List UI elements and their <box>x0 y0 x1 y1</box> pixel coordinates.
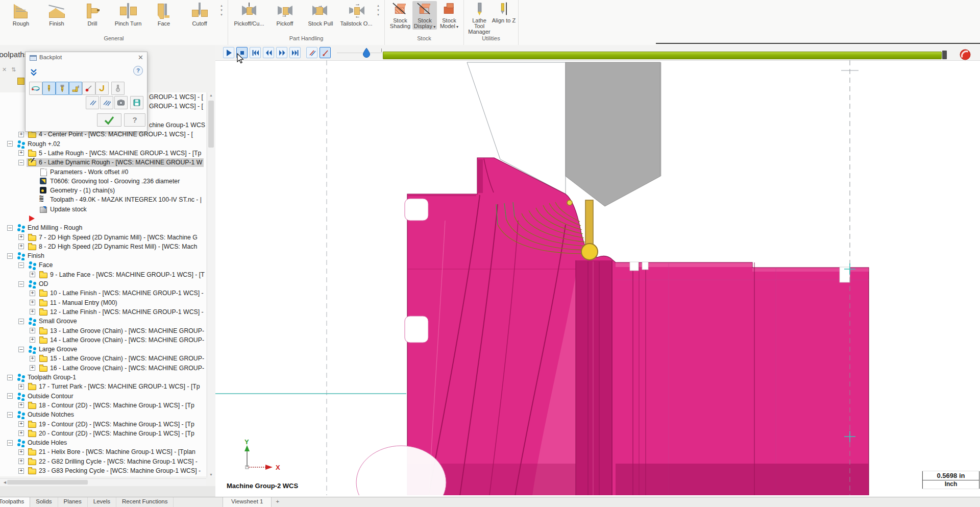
tree-row[interactable]: +20 - Contour (2D) - [WCS: Machine Group… <box>0 429 206 438</box>
tree-row[interactable]: –Large Groove <box>0 345 206 354</box>
tree-expand-toggle[interactable]: – <box>18 319 24 324</box>
tree-row[interactable]: –Small Groove <box>0 317 206 326</box>
ribbon-group-scroll[interactable]: ▴▾▾ <box>217 1 226 17</box>
ribbon-button-rough[interactable]: Rough <box>3 1 39 27</box>
tree-expand-toggle[interactable]: – <box>7 440 13 446</box>
panel-tab-levels[interactable]: Levels <box>88 497 116 507</box>
play-button[interactable] <box>223 47 234 58</box>
tree-expand-toggle[interactable]: + <box>18 402 24 408</box>
tree-row[interactable]: –End Milling - Rough <box>0 223 206 232</box>
tree-row[interactable]: T0606: Grooving tool - Grooving .236 dia… <box>0 177 206 186</box>
tree-row[interactable]: +18 - Contour (2D) - [WCS: Machine Group… <box>0 401 206 410</box>
tree-expand-toggle[interactable]: + <box>18 132 24 137</box>
step-back-button[interactable] <box>263 47 274 58</box>
tree-expand-toggle[interactable]: + <box>18 234 24 240</box>
ok-button[interactable] <box>97 113 121 127</box>
tree-expand-toggle[interactable]: + <box>30 337 35 343</box>
tree-row[interactable]: +9 - Lathe Face - [WCS: MACHINE GROUP-1 … <box>0 270 206 279</box>
add-viewsheet-button[interactable]: + <box>272 497 283 507</box>
tree-row[interactable]: –Face <box>0 260 206 270</box>
tree-row[interactable]: Update stock <box>0 205 206 214</box>
tree-expand-toggle[interactable]: – <box>7 141 13 147</box>
dialog-titlebar[interactable]: Backplot ✕ <box>26 52 147 63</box>
spindle-display-button[interactable] <box>29 82 42 95</box>
tree-expand-toggle[interactable]: + <box>30 309 35 315</box>
tree-expand-toggle[interactable]: + <box>18 384 24 390</box>
go-to-end-button[interactable] <box>289 47 301 58</box>
tree-row[interactable]: +16 - Lathe Groove (Chain) - [WCS: MACHI… <box>0 364 206 373</box>
tree-expand-toggle[interactable]: – <box>7 412 13 418</box>
step-forward-button[interactable] <box>276 47 287 58</box>
ribbon-button-stock-display[interactable]: Stock Display ▾ <box>412 1 437 30</box>
panel-tab-planes[interactable]: Planes <box>58 497 88 507</box>
tree-row[interactable]: +11 - Manual Entry (M00) <box>0 298 206 307</box>
save-options-button[interactable] <box>130 96 143 109</box>
tree-expand-toggle[interactable]: + <box>30 365 35 371</box>
tree-row[interactable]: –Outside Contour <box>0 392 206 401</box>
tree-expand-toggle[interactable]: + <box>18 421 24 427</box>
backplot-progress-bar[interactable] <box>383 52 942 59</box>
tree-expand-toggle[interactable]: – <box>18 281 24 287</box>
tree-expand-toggle[interactable]: – <box>7 375 13 380</box>
tree-expand-toggle[interactable]: – <box>7 393 13 399</box>
scroll-down-icon[interactable]: ▼ <box>207 473 215 476</box>
ribbon-button-pinch-turn[interactable]: Pinch Turn <box>110 1 146 27</box>
tree-row[interactable]: +22 - G82 Drilling Cycle - [WCS: Machine… <box>0 457 206 466</box>
tree-row[interactable]: Parameters - Work offset #0 <box>0 167 206 176</box>
tree-expand-toggle[interactable]: – <box>18 347 24 352</box>
speed-slider-track[interactable] <box>337 53 382 53</box>
holder-display-button[interactable] <box>56 82 69 95</box>
ribbon-button-cutoff[interactable]: Cutoff <box>182 1 217 27</box>
tree-expand-toggle[interactable]: + <box>30 291 35 296</box>
tree-row[interactable]: +14 - Lathe Groove (Chain) - [WCS: MACHI… <box>0 335 206 345</box>
tree-row[interactable]: –Toolpath Group-1 <box>0 373 206 382</box>
tree-row[interactable]: +19 - Contour (2D) - [WCS: Machine Group… <box>0 419 206 428</box>
tree-row[interactable]: +15 - Lathe Groove (Chain) - [WCS: MACHI… <box>0 354 206 363</box>
tree-expand-toggle[interactable]: + <box>18 430 24 436</box>
ribbon-button-tailstock-o[interactable]: Tailstock O... <box>338 1 374 27</box>
tree-row[interactable]: +12 - Lathe Finish - [WCS: MACHINE GROUP… <box>0 307 206 317</box>
ribbon-button-stock-shading[interactable]: Stock Shading <box>388 1 412 29</box>
tree-row[interactable]: –OD <box>0 279 206 288</box>
endpoints-display-button[interactable] <box>82 82 95 95</box>
tree-expand-toggle[interactable]: – <box>18 160 24 165</box>
tool-display-button[interactable] <box>42 82 56 95</box>
ribbon-button-stock-pull[interactable]: Stock Pull <box>303 1 338 27</box>
ribbon-button-align-to-z[interactable]: Align to Z <box>492 1 516 23</box>
tree-expand-toggle[interactable]: – <box>18 262 24 268</box>
trace-mode-button[interactable] <box>306 47 317 58</box>
graphics-viewport[interactable]: Y X Machine Group-2 WCS 0.5698 in Inch <box>215 45 980 497</box>
ribbon-group-scroll[interactable]: ▴▾▾ <box>374 1 382 17</box>
tree-vertical-scrollbar[interactable]: ▲ ▼ <box>207 92 215 477</box>
tree-expand-toggle[interactable]: – <box>7 225 13 231</box>
close-icon[interactable]: ✕ <box>138 54 143 61</box>
tree-row[interactable]: +23 - G83 Pecking Cycle - [WCS: Machine … <box>0 466 206 475</box>
scrollbar-thumb[interactable] <box>7 480 88 485</box>
scroll-up-icon[interactable]: ▲ <box>207 93 215 97</box>
ribbon-button-pickoff[interactable]: Pickoff <box>267 1 303 27</box>
tree-row[interactable]: Geometry - (1) chain(s) <box>0 186 206 195</box>
tree-row[interactable]: –Finish <box>0 251 206 260</box>
all-segments-display-button[interactable] <box>100 96 113 109</box>
tree-row[interactable]: Toolpath - 49.0K - MAZAK INTEGREX 100-IV… <box>0 195 206 204</box>
tree-row[interactable]: +5 - Lathe Rough - [WCS: MACHINE GROUP-1… <box>0 149 206 158</box>
collapse-panel-button[interactable] <box>29 66 39 76</box>
tree-row[interactable]: –Outside Holes <box>0 438 206 447</box>
snapshot-button[interactable] <box>114 96 128 109</box>
collapse-all-icon[interactable]: ⇅ <box>11 66 16 73</box>
panel-tab-solids[interactable]: Solids <box>30 497 58 507</box>
trace-segment-button[interactable] <box>320 47 331 58</box>
ribbon-button-finish[interactable]: Finish <box>39 1 75 27</box>
insert-display-button[interactable] <box>95 82 109 95</box>
tree-row[interactable]: –Rough +.02 <box>0 139 206 148</box>
help-icon[interactable]: ? <box>133 66 143 76</box>
ribbon-button-pickoff-cu[interactable]: Pickoff/Cu... <box>231 1 267 27</box>
tree-expand-toggle[interactable]: + <box>18 458 24 464</box>
tree-row[interactable]: +10 - Lathe Finish - [WCS: MACHINE GROUP… <box>0 288 206 298</box>
rapid-moves-button[interactable] <box>69 82 82 95</box>
go-to-start-button[interactable] <box>250 47 261 58</box>
tree-expand-toggle[interactable]: + <box>18 449 24 455</box>
tree-expand-toggle[interactable]: – <box>7 253 13 259</box>
tree-expand-toggle[interactable]: + <box>30 272 35 277</box>
speed-slider-thumb[interactable] <box>362 47 371 60</box>
